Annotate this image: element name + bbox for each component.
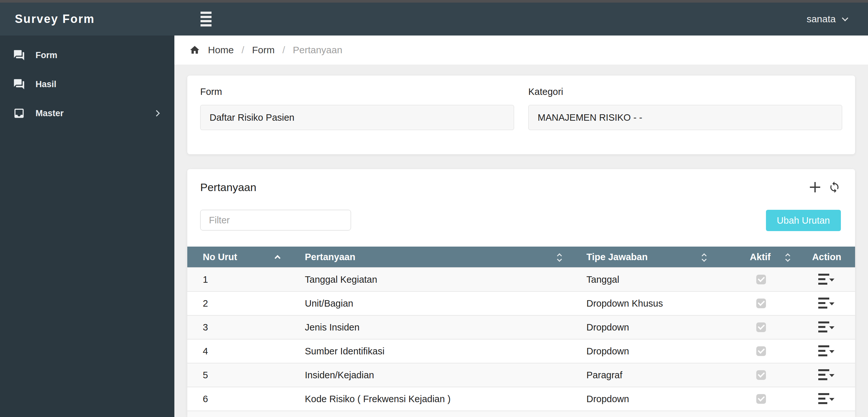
question-text: Sumber Identifikasi (289, 346, 571, 357)
page-content: Form Kategori Pertanyaan (175, 65, 868, 417)
answer-type: Dropdown (571, 346, 724, 357)
top-navbar: Survey Form sanata (0, 3, 868, 35)
refresh-icon (828, 181, 841, 193)
breadcrumb-separator: / (242, 44, 244, 56)
main-area: Home / Form / Pertanyaan Form Kategori (175, 35, 868, 417)
answer-type: Tanggal (571, 274, 724, 285)
chevron-down-icon (842, 15, 848, 21)
answer-type: Dropdown Khusus (571, 298, 724, 309)
row-number: 5 (187, 370, 289, 381)
inbox-icon (13, 107, 25, 120)
sort-asc-icon (275, 255, 280, 261)
menu-caret-icon (829, 374, 834, 377)
app-brand: Survey Form (0, 12, 175, 26)
questions-card: Pertanyaan (187, 169, 855, 417)
question-text: Unit/Bagian (289, 298, 571, 309)
breadcrumb-link-home[interactable]: Home (208, 44, 234, 56)
refresh-button[interactable] (828, 181, 841, 194)
aktif-checkbox[interactable] (756, 322, 766, 332)
hamburger-menu-icon[interactable] (198, 10, 213, 28)
sort-icon (558, 253, 561, 261)
user-name: sanata (807, 13, 836, 25)
sort-icon (786, 253, 789, 261)
sort-icon (702, 253, 706, 261)
sidebar: Form Hasil Master (0, 35, 175, 417)
aktif-checkbox[interactable] (756, 394, 766, 404)
question-text: Kode Risiko ( Frekwensi Kejadian ) (289, 394, 571, 405)
breadcrumb: Home / Form / Pertanyaan (175, 35, 868, 65)
app-window: Survey Form sanata Form Hasil (0, 0, 868, 417)
menu-caret-icon (829, 398, 834, 401)
table-row: 6 Kode Risiko ( Frekwensi Kejadian ) Dro… (187, 387, 855, 411)
kategori-field-group: Kategori (528, 87, 842, 143)
sidebar-item-label: Hasil (35, 79, 159, 89)
row-actions-button[interactable] (818, 320, 835, 334)
row-number: 4 (187, 346, 289, 357)
form-input[interactable] (200, 105, 514, 130)
card-title: Pertanyaan (200, 181, 256, 194)
aktif-checkbox[interactable] (756, 275, 766, 284)
row-number: 6 (187, 394, 289, 405)
question-text: Jenis Insiden (289, 322, 571, 333)
answer-type: Dropdown (571, 394, 724, 405)
form-label: Form (200, 87, 514, 97)
chat-icon (13, 78, 25, 90)
sidebar-item-form[interactable]: Form (0, 41, 175, 70)
breadcrumb-current: Pertanyaan (293, 44, 342, 56)
row-number: 3 (187, 322, 289, 333)
column-header-pertanyaan[interactable]: Pertanyaan (289, 252, 571, 262)
table-row: 3 Jenis Insiden Dropdown (187, 315, 855, 339)
sidebar-item-label: Master (35, 108, 154, 119)
chat-icon (13, 49, 25, 61)
row-actions-button[interactable] (818, 296, 835, 311)
menu-caret-icon (829, 326, 834, 329)
aktif-checkbox[interactable] (756, 346, 766, 356)
sidebar-item-hasil[interactable]: Hasil (0, 70, 175, 99)
questions-table: No Urut Pertanyaan Tipe Jawaban (187, 247, 855, 417)
column-header-tipe-jawaban[interactable]: Tipe Jawaban (571, 252, 724, 262)
table-row: 4 Sumber Identifikasi Dropdown (187, 339, 855, 363)
row-actions-button[interactable] (818, 272, 835, 287)
table-row (187, 411, 855, 417)
sidebar-item-label: Form (35, 50, 159, 60)
chevron-right-icon (153, 110, 160, 117)
question-text: Insiden/Kejadian (289, 370, 571, 381)
table-header-row: No Urut Pertanyaan Tipe Jawaban (187, 247, 855, 267)
home-icon[interactable] (189, 44, 200, 56)
column-header-aktif[interactable]: Aktif (724, 252, 798, 262)
sidebar-item-master[interactable]: Master (0, 99, 175, 128)
question-text: Tanggal Kegiatan (289, 274, 571, 285)
table-row: 1 Tanggal Kegiatan Tanggal (187, 267, 855, 291)
row-actions-button[interactable] (818, 344, 835, 358)
kategori-label: Kategori (528, 87, 842, 97)
form-field-group: Form (200, 87, 514, 143)
menu-caret-icon (829, 302, 834, 305)
column-header-action: Action (798, 252, 855, 262)
row-number: 2 (187, 298, 289, 309)
form-info-card: Form Kategori (187, 75, 855, 154)
window-top-edge (0, 0, 868, 3)
answer-type: Dropdown (571, 322, 724, 333)
column-header-no-urut[interactable]: No Urut (187, 252, 289, 262)
table-row: 5 Insiden/Kejadian Paragraf (187, 363, 855, 387)
row-actions-button[interactable] (818, 392, 835, 406)
table-row: 2 Unit/Bagian Dropdown Khusus (187, 291, 855, 315)
breadcrumb-separator: / (282, 44, 285, 56)
add-question-button[interactable] (809, 181, 822, 194)
row-actions-button[interactable] (818, 368, 835, 382)
answer-type: Paragraf (571, 370, 724, 381)
row-number: 1 (187, 274, 289, 285)
aktif-checkbox[interactable] (756, 370, 766, 380)
reorder-button[interactable]: Ubah Urutan (766, 210, 841, 231)
breadcrumb-link-form[interactable]: Form (252, 44, 275, 56)
filter-input[interactable] (200, 210, 351, 230)
plus-icon (810, 182, 820, 192)
menu-caret-icon (829, 350, 834, 353)
aktif-checkbox[interactable] (756, 298, 766, 308)
user-menu[interactable]: sanata (807, 13, 868, 25)
menu-caret-icon (829, 279, 834, 282)
kategori-input[interactable] (528, 105, 842, 130)
